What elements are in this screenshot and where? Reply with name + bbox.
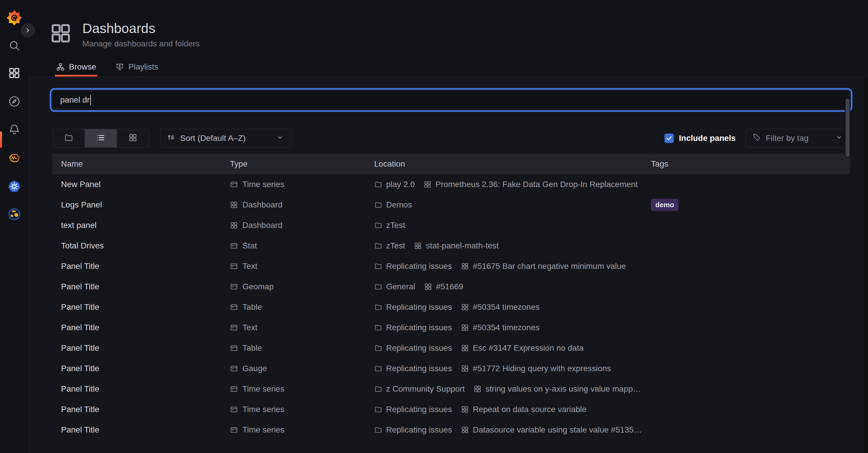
filter-by-tag-select[interactable]: Filter by tag <box>746 129 850 148</box>
sidebar-item-dashboards[interactable] <box>0 67 29 80</box>
location-text: Prometheus 2.36: Fake Data Gen Drop-In R… <box>435 180 638 189</box>
apps-icon <box>49 22 72 46</box>
page-title: Dashboards <box>82 21 200 36</box>
sidebar-item-explore[interactable] <box>0 95 29 108</box>
page-header-text: Dashboards Manage dashboards and folders <box>82 21 200 49</box>
location-text: Repeat on data source variable <box>473 405 586 414</box>
location-segment: Replicating issues <box>374 303 452 312</box>
presentation-play-icon <box>115 62 124 71</box>
row-location: General#51669 <box>374 282 645 291</box>
row-type: Text <box>230 261 374 271</box>
table-row[interactable]: Panel Title Table Replicating issuesEsc … <box>52 338 850 358</box>
toolbar: Sort (Default A–Z) <box>52 129 850 148</box>
sidebar-item-alerting[interactable] <box>0 123 29 136</box>
chevron-down-icon <box>276 133 284 143</box>
grid-view-button[interactable] <box>117 129 149 147</box>
table-row[interactable]: New Panel Time series play 2.0Prometheus… <box>52 174 850 195</box>
chevron-down-icon <box>835 133 843 143</box>
row-name: Logs Panel <box>52 200 230 209</box>
row-name: Panel Title <box>52 303 230 312</box>
page-subtitle: Manage dashboards and folders <box>82 39 200 49</box>
table-row[interactable]: text panel Dashboard zTest <box>52 215 850 235</box>
column-header-name: Name <box>52 159 230 169</box>
row-location: Replicating issues#50354 timezones <box>374 323 645 332</box>
row-tags: demo <box>645 199 850 211</box>
sidebar-item-world[interactable] <box>0 207 29 221</box>
sort-select[interactable]: Sort (Default A–Z) <box>160 129 291 148</box>
row-name: Panel Title <box>52 282 230 291</box>
location-text: zTest <box>386 221 405 230</box>
include-panels-checkbox[interactable] <box>664 134 674 143</box>
location-text: play 2.0 <box>386 180 415 189</box>
location-segment: z Community Support <box>374 384 465 394</box>
row-location: play 2.0Prometheus 2.36: Fake Data Gen D… <box>374 180 645 189</box>
table-row[interactable]: Panel Title Time series Replicating issu… <box>52 420 850 440</box>
table-scrollbar-thumb[interactable] <box>845 98 849 157</box>
location-text: Demos <box>386 200 412 209</box>
location-text: General <box>386 282 415 291</box>
tab-browse[interactable]: Browse <box>55 57 97 76</box>
sidebar-item-machine-learning[interactable] <box>0 151 29 165</box>
globe-icon <box>8 207 21 221</box>
row-name: Panel Title <box>52 323 230 332</box>
grafana-logo-icon[interactable] <box>0 10 29 25</box>
apps-icon <box>461 344 469 352</box>
row-location: z Community Supportstring values on y-ax… <box>374 384 645 394</box>
tabs-bar: Browse Playlists <box>29 57 868 77</box>
row-type: Dashboard <box>230 221 374 230</box>
location-segment: Demos <box>374 200 412 209</box>
sidebar-expand-button[interactable] <box>21 23 35 37</box>
table-row[interactable]: Panel Title Geomap General#51669 <box>52 277 850 297</box>
table-row[interactable]: Panel Title Gauge Replicating issues#517… <box>52 358 850 379</box>
table-row[interactable]: Panel Title Table Replicating issues#503… <box>52 297 850 317</box>
row-type: Time series <box>230 180 374 189</box>
location-segment: Repeat on data source variable <box>461 405 586 414</box>
table-row[interactable]: Logs Panel Dashboard Demos demo <box>52 195 850 215</box>
row-location: Replicating issuesEsc #3147 Expression n… <box>374 343 645 353</box>
tag-badge[interactable]: demo <box>651 199 678 211</box>
table-row[interactable]: Panel Title Time series z Community Supp… <box>52 379 850 399</box>
toolbar-right: Include panels Filter by tag <box>664 129 850 148</box>
panel-icon <box>230 344 238 352</box>
folder-icon <box>374 426 382 434</box>
row-name: Panel Title <box>52 425 230 434</box>
row-type: Dashboard <box>230 200 374 209</box>
page-scrollbar-gutter <box>864 77 868 453</box>
content: panel dr <box>29 77 868 453</box>
location-text: Replicating issues <box>386 303 452 312</box>
brain-icon <box>8 151 21 165</box>
list-icon <box>96 133 105 143</box>
location-text: Replicating issues <box>386 323 452 332</box>
location-segment: Replicating issues <box>374 323 452 332</box>
apps-icon <box>461 405 469 414</box>
row-name: New Panel <box>52 180 230 189</box>
apps-icon <box>461 364 469 373</box>
search-input[interactable]: panel dr <box>52 91 850 109</box>
search-icon[interactable] <box>0 39 29 52</box>
table-row[interactable]: Total Drives Stat zTeststat-panel-math-t… <box>52 235 850 256</box>
folder-icon <box>374 364 382 373</box>
folder-view-button[interactable] <box>53 129 85 147</box>
location-segment: Datasource variable using stale value #5… <box>461 425 642 434</box>
table-row[interactable]: Panel Title Text Replicating issues#5035… <box>52 317 850 338</box>
location-text: Replicating issues <box>386 405 452 414</box>
search-input-value: panel dr <box>60 95 90 105</box>
check-icon <box>665 135 673 142</box>
location-text: z Community Support <box>386 384 465 394</box>
folder-icon <box>64 133 73 143</box>
list-view-button[interactable] <box>85 129 117 147</box>
table-row[interactable]: Panel Title Time series Replicating issu… <box>52 399 850 420</box>
table-row[interactable]: Panel Title Text Replicating issues#5167… <box>52 256 850 277</box>
row-location: Replicating issuesRepeat on data source … <box>374 405 645 414</box>
folder-icon <box>374 303 382 311</box>
row-name: Panel Title <box>52 405 230 414</box>
apps-icon <box>473 385 482 393</box>
tab-playlists[interactable]: Playlists <box>114 57 159 76</box>
location-segment: string values on y-axis using value mapp… <box>473 384 641 394</box>
apps-icon <box>230 201 238 209</box>
location-segment: zTest <box>374 221 405 230</box>
sidebar-item-kubernetes[interactable] <box>0 180 29 193</box>
include-panels-label: Include panels <box>679 134 736 143</box>
apps-icon <box>414 242 422 250</box>
row-type: Time series <box>230 384 374 394</box>
